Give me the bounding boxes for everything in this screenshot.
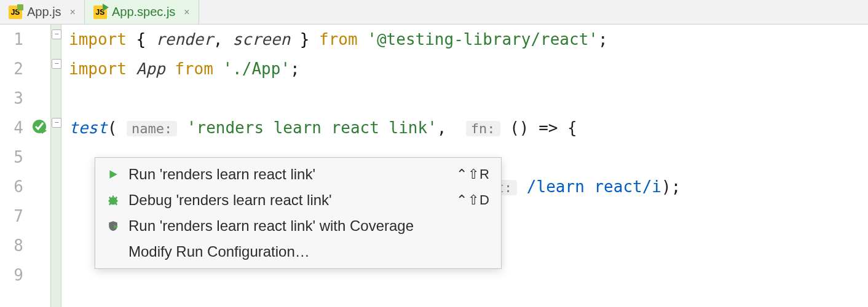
parameter-hint: name: xyxy=(127,121,177,136)
menu-debug-test[interactable]: Debug 'renders learn react link' ⌃⇧D xyxy=(95,187,501,213)
menu-run-test[interactable]: Run 'renders learn react link' ⌃⇧R xyxy=(95,161,501,187)
menu-run-coverage[interactable]: Run 'renders learn react link' with Cove… xyxy=(95,213,501,239)
line-numbers: 123 456 789 xyxy=(0,25,30,307)
js-test-file-icon: JS xyxy=(93,6,107,19)
menu-label: Modify Run Configuration… xyxy=(128,237,481,266)
bug-icon xyxy=(106,193,120,207)
tab-label: App.js xyxy=(27,5,61,19)
code-line: import { render, screen } from '@testing… xyxy=(69,25,868,54)
js-file-icon: JS xyxy=(9,6,22,19)
gutter: 123 456 789 − − − xyxy=(0,25,61,307)
menu-shortcut: ⌃⇧R xyxy=(456,160,490,189)
fold-toggle-icon[interactable]: − xyxy=(52,59,61,69)
code-line xyxy=(69,84,868,113)
tab-app-spec-js[interactable]: JS App.spec.js × xyxy=(85,0,199,24)
blank-icon xyxy=(106,245,120,258)
shield-run-icon xyxy=(106,219,120,233)
code-editor[interactable]: 123 456 789 − − − import { render, scree… xyxy=(0,25,868,307)
close-icon[interactable]: × xyxy=(70,7,76,18)
run-context-menu: Run 'renders learn react link' ⌃⇧R Debug… xyxy=(95,157,502,269)
menu-modify-config[interactable]: Modify Run Configuration… xyxy=(95,239,501,265)
svg-line-9 xyxy=(109,203,111,205)
menu-label: Debug 'renders learn react link' xyxy=(128,185,448,215)
fold-toggle-icon[interactable]: − xyxy=(52,118,61,128)
parameter-hint: fn: xyxy=(466,121,500,136)
svg-line-10 xyxy=(116,203,117,205)
svg-line-8 xyxy=(116,197,117,199)
svg-line-7 xyxy=(109,197,111,199)
menu-shortcut: ⌃⇧D xyxy=(456,185,490,215)
run-test-gutter-icon[interactable] xyxy=(32,119,47,134)
close-icon[interactable]: × xyxy=(184,7,189,18)
editor-tabs: JS App.js × JS App.spec.js × xyxy=(0,0,868,25)
gutter-icons xyxy=(30,25,50,307)
tab-label: App.spec.js xyxy=(112,5,175,19)
code-line: import App from './App'; xyxy=(69,54,868,84)
fold-column: − − − xyxy=(50,25,61,307)
run-icon xyxy=(106,168,120,181)
tab-app-js[interactable]: JS App.js × xyxy=(0,0,85,24)
code-area[interactable]: import { render, screen } from '@testing… xyxy=(61,25,868,307)
svg-marker-2 xyxy=(109,170,117,179)
menu-label: Run 'renders learn react link' xyxy=(128,160,448,189)
fold-toggle-icon[interactable]: − xyxy=(52,29,61,39)
menu-label: Run 'renders learn react link' with Cove… xyxy=(128,211,481,241)
code-line: test( name: 'renders learn react link', … xyxy=(69,113,868,142)
